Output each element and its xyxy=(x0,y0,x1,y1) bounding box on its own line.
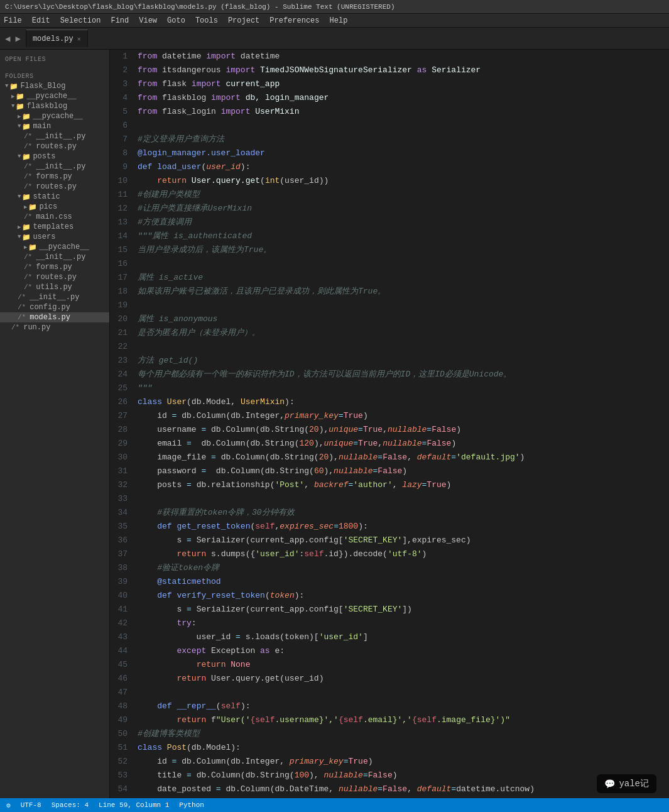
code-line: @staticmethod xyxy=(138,575,664,589)
code-line: 属性 is_active xyxy=(138,271,664,285)
code-line: posts = db.relationship('Post', backref=… xyxy=(138,478,664,492)
triangle-icon: ▼ xyxy=(11,103,14,109)
tab-label: models.py xyxy=(33,35,73,43)
file-users-init[interactable]: /* __init__.py xyxy=(0,252,109,262)
file-label: __init__.py xyxy=(36,162,85,171)
folder-flask-blog[interactable]: ▼ 📁 Flask_Blog xyxy=(0,81,109,91)
menu-selection[interactable]: Selection xyxy=(60,16,101,25)
file-models[interactable]: /* models.py xyxy=(0,312,109,322)
code-line: #创建用户类模型 xyxy=(138,188,664,202)
menu-find[interactable]: Find xyxy=(111,16,129,25)
folder-users[interactable]: ▼ 📁 users xyxy=(0,232,109,242)
file-icon: /* xyxy=(24,283,32,291)
line-number: 33 xyxy=(115,492,128,506)
folder-flaskblog[interactable]: ▼ 📁 flaskblog xyxy=(0,101,109,111)
code-line: s = Serializer(current_app.config['SECRE… xyxy=(138,603,664,617)
tab-models-py[interactable]: models.py ✕ xyxy=(26,30,88,47)
code-line: #验证token令牌 xyxy=(138,561,664,575)
line-number: 31 xyxy=(115,464,128,478)
menu-preferences[interactable]: Preferences xyxy=(269,16,319,25)
menu-tools[interactable]: Tools xyxy=(195,16,218,25)
file-main-css[interactable]: /* main.css xyxy=(0,212,109,222)
folder-pics[interactable]: ▶ 📁 pics xyxy=(0,202,109,212)
folder-icon: 📁 xyxy=(22,193,31,201)
triangle-icon: ▶ xyxy=(18,113,21,120)
file-run[interactable]: /* run.py xyxy=(0,322,109,332)
code-line xyxy=(138,119,664,133)
line-number: 27 xyxy=(115,409,128,423)
folder-icon: 📁 xyxy=(22,233,31,241)
code-lines[interactable]: from datetime import datetimefrom itsdan… xyxy=(133,50,669,798)
file-label: __init__.py xyxy=(36,132,85,141)
line-number: 54 xyxy=(115,782,128,796)
file-label: models.py xyxy=(30,313,70,322)
folder-icon: 📁 xyxy=(22,112,31,121)
file-users-forms[interactable]: /* forms.py xyxy=(0,262,109,272)
code-line: 如果该用户账号已被激活，且该用户已登录成功，则此属性为True。 xyxy=(138,285,664,299)
menu-goto[interactable]: Goto xyxy=(167,16,185,25)
file-posts-routes[interactable]: /* routes.py xyxy=(0,182,109,192)
folder-pycache-root[interactable]: ▶ 📁 __pycache__ xyxy=(0,91,109,101)
code-line: id = db.Column(db.Integer, primary_key=T… xyxy=(138,755,664,769)
file-posts-forms[interactable]: /* forms.py xyxy=(0,172,109,182)
folder-templates[interactable]: ▶ 📁 templates xyxy=(0,222,109,232)
file-main-init[interactable]: /* __init__.py xyxy=(0,131,109,141)
folder-icon: 📁 xyxy=(22,153,31,161)
line-number: 20 xyxy=(115,312,128,326)
folder-users-pycache[interactable]: ▶ 📁 __pycache__ xyxy=(0,242,109,252)
line-number: 22 xyxy=(115,340,128,354)
line-number: 7 xyxy=(115,133,128,146)
file-label: forms.py xyxy=(36,263,72,272)
triangle-icon: ▼ xyxy=(18,153,21,160)
menu-project[interactable]: Project xyxy=(228,16,259,25)
file-label: routes.py xyxy=(36,142,77,151)
line-number: 13 xyxy=(115,216,128,229)
file-icon: /* xyxy=(18,304,26,311)
code-line: """属性 is_authenticated xyxy=(138,229,664,243)
menu-file[interactable]: File xyxy=(4,16,22,25)
code-line xyxy=(138,299,664,312)
file-main-routes[interactable]: /* routes.py xyxy=(0,141,109,151)
code-line: """ xyxy=(138,381,664,395)
line-number: 49 xyxy=(115,713,128,727)
file-posts-init[interactable]: /* __init__.py xyxy=(0,162,109,172)
code-line: return f"User('{self.username}','{self.e… xyxy=(138,713,664,727)
menu-help[interactable]: Help xyxy=(330,16,348,25)
code-line: content = db.Column(db.Text, nullable=Fa… xyxy=(138,796,664,798)
nav-back[interactable]: ◀ xyxy=(3,32,13,45)
line-number: 18 xyxy=(115,285,128,299)
folder-icon: 📁 xyxy=(16,92,24,101)
menu-view[interactable]: View xyxy=(139,16,157,25)
file-users-routes[interactable]: /* routes.py xyxy=(0,272,109,282)
line-number: 37 xyxy=(115,547,128,561)
code-line: #定义登录用户查询方法 xyxy=(138,133,664,146)
code-line: date_posted = db.Column(db.DateTime, nul… xyxy=(138,782,664,796)
folder-pycache-flaskblog[interactable]: ▶ 📁 __pycache__ xyxy=(0,111,109,121)
file-flaskblog-init[interactable]: /* __init__.py xyxy=(0,292,109,302)
menu-edit[interactable]: Edit xyxy=(32,16,50,25)
code-line xyxy=(138,257,664,271)
line-number: 3 xyxy=(115,77,128,91)
folder-label: templates xyxy=(33,222,73,231)
line-number: 53 xyxy=(115,769,128,782)
code-line: from itsdangerous import TimedJSONWebSig… xyxy=(138,63,664,77)
line-number: 34 xyxy=(115,506,128,520)
line-number: 23 xyxy=(115,354,128,368)
code-line: 方法 get_id() xyxy=(138,354,664,368)
folder-static[interactable]: ▼ 📁 static xyxy=(0,192,109,202)
folder-main[interactable]: ▼ 📁 main xyxy=(0,121,109,131)
code-line xyxy=(138,340,664,354)
line-number: 32 xyxy=(115,478,128,492)
file-users-utils[interactable]: /* utils.py xyxy=(0,282,109,292)
folder-icon: 📁 xyxy=(28,243,37,251)
code-line: def verify_reset_token(token): xyxy=(138,589,664,603)
code-editor[interactable]: 1234567891011121314151617181920212223242… xyxy=(110,50,669,798)
folder-label: users xyxy=(33,233,55,241)
line-number: 40 xyxy=(115,589,128,603)
nav-forward[interactable]: ▶ xyxy=(13,32,23,45)
status-encoding: UTF-8 xyxy=(21,801,41,809)
file-config[interactable]: /* config.py xyxy=(0,302,109,312)
watermark-icon: 💬 xyxy=(604,779,615,789)
tab-close-button[interactable]: ✕ xyxy=(77,35,81,43)
folder-posts[interactable]: ▼ 📁 posts xyxy=(0,151,109,162)
